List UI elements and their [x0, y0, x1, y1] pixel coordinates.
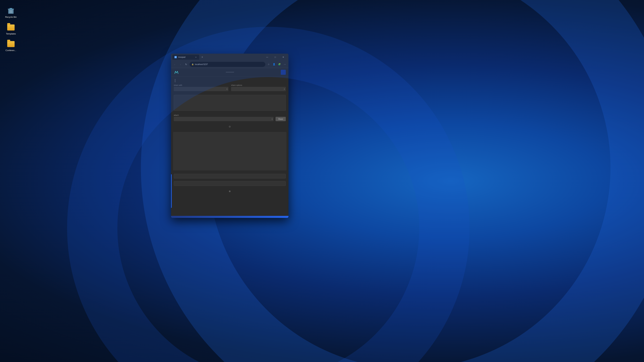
left-accent-bar [171, 174, 172, 208]
share-button[interactable]: Share [276, 117, 286, 121]
text-input-1[interactable] [174, 174, 286, 178]
recycle-bin-icon [7, 7, 15, 15]
maximize-button[interactable]: □ [271, 54, 279, 60]
conferences-folder-icon [7, 40, 15, 48]
address-text: localhost:5237 [195, 63, 263, 65]
attach-row: attach Share [174, 114, 286, 121]
share-with-select-wrapper [174, 87, 228, 91]
attach-select[interactable] [174, 117, 274, 121]
desktop-icon-templates[interactable]: Templates [3, 23, 18, 35]
attach-group: attach [174, 114, 274, 121]
tab-title: moopad [178, 56, 185, 58]
attach-select-wrapper [174, 117, 274, 121]
profile-button[interactable]: 👤 [272, 62, 276, 67]
app-logo [174, 69, 179, 75]
app-content: share with share options [171, 68, 288, 218]
browser-window: M moopad ✕ + — □ ✕ ‹ › ↻ 🔒 localhost:523… [171, 54, 288, 218]
browser-titlebar: M moopad ✕ + — □ ✕ [171, 54, 288, 61]
up-circle-button[interactable]: ⊙ [228, 125, 232, 128]
forward-button[interactable]: › [178, 62, 183, 67]
share-with-group: share with [174, 84, 228, 91]
templates-label: Templates [6, 32, 16, 35]
up-arrow-container: ⊙ [174, 123, 286, 130]
share-options-group: share options [231, 84, 286, 91]
new-tab-button[interactable]: + [200, 55, 204, 59]
tab-favicon: M [174, 56, 177, 58]
share-with-label: share with [174, 84, 228, 86]
content-card-section: ❮ ❯ [174, 132, 286, 170]
menu-dots-button[interactable] [174, 79, 176, 82]
conferences-label: Conferen... [6, 49, 16, 52]
templates-folder-icon [7, 23, 15, 31]
desktop-wallpaper: Recycle Bin Templates Conferen... M moop… [0, 0, 644, 362]
content-card [173, 132, 286, 170]
text-input-2[interactable] [174, 181, 286, 186]
refresh-button[interactable]: ↻ [184, 62, 188, 67]
user-avatar[interactable] [281, 70, 286, 75]
extensions-button[interactable]: 🧩 [277, 62, 282, 67]
recycle-bin-label: Recycle Bin [5, 16, 17, 18]
down-circle-button[interactable]: ⊗ [228, 190, 232, 193]
header-divider [226, 72, 234, 72]
share-form-row: share with share options [174, 84, 286, 91]
svg-rect-2 [10, 8, 12, 9]
settings-button[interactable]: ⋯ [282, 62, 287, 67]
share-options-select[interactable] [231, 87, 286, 91]
close-button[interactable]: ✕ [280, 54, 287, 60]
main-content-area: share with share options [171, 76, 288, 216]
down-arrow-container: ⊗ [174, 188, 286, 195]
bottom-bar [171, 216, 288, 218]
address-bar[interactable]: 🔒 localhost:5237 [190, 62, 265, 67]
toolbar-icons: ☆ 👤 🧩 ⋯ [266, 62, 287, 67]
attach-label: attach [174, 114, 274, 116]
browser-tab-active[interactable]: M moopad ✕ [172, 55, 199, 60]
browser-toolbar: ‹ › ↻ 🔒 localhost:5237 ☆ 👤 🧩 ⋯ [171, 61, 288, 68]
favorites-button[interactable]: ☆ [266, 62, 271, 67]
back-button[interactable]: ‹ [172, 62, 177, 67]
window-controls: — □ ✕ [263, 54, 287, 60]
share-options-select-wrapper [231, 87, 286, 91]
share-message-textarea[interactable] [174, 95, 286, 111]
desktop-icons-container: Recycle Bin Templates Conferen... [3, 7, 18, 52]
desktop-icon-recycle-bin[interactable]: Recycle Bin [3, 7, 18, 18]
desktop-icon-conferences[interactable]: Conferen... [3, 40, 18, 52]
app-header [171, 68, 288, 76]
tab-close-button[interactable]: ✕ [194, 56, 197, 58]
minimize-button[interactable]: — [263, 54, 271, 60]
share-options-label: share options [231, 84, 286, 86]
share-with-select[interactable] [174, 87, 228, 91]
